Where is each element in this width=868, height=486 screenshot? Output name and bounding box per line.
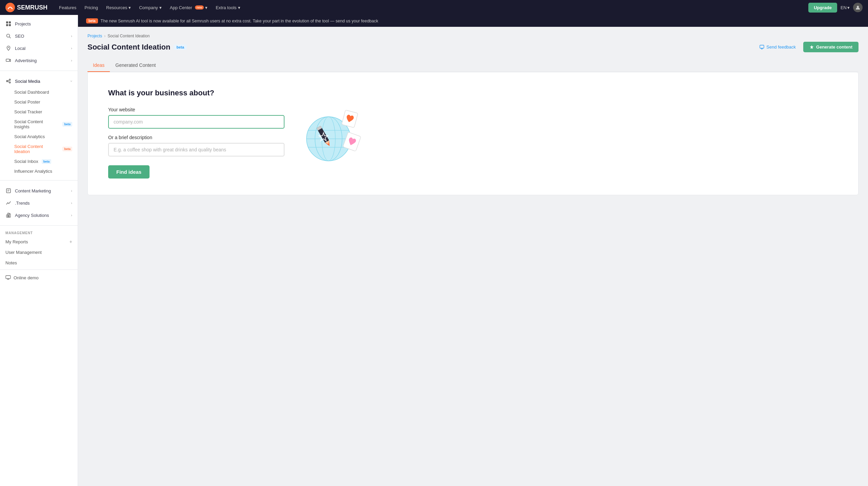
sidebar-item-social-content-ideation[interactable]: Social Content Ideation beta [0,142,78,156]
svg-point-12 [9,82,11,83]
svg-rect-18 [6,215,8,217]
generate-icon [809,45,814,50]
sidebar-item-social-media[interactable]: Social Media › [0,75,78,87]
svg-rect-19 [9,214,11,217]
social-media-icon [5,78,12,84]
website-input[interactable] [108,115,284,129]
sidebar-management-section: MANAGEMENT My Reports + User Management … [0,227,78,268]
agency-icon [5,212,12,218]
management-label: MANAGEMENT [0,227,78,236]
social-content-ideation-label: Social Content Ideation [14,144,59,154]
my-reports-plus[interactable]: + [70,239,72,244]
app-center-badge: new [195,5,204,10]
my-reports-label: My Reports [5,239,28,244]
header-actions: Send feedback Generate content [756,42,859,52]
agency-solutions-label: Agency Solutions [15,213,67,218]
sidebar-item-social-content-insights[interactable]: Social Content Insights beta [0,117,78,132]
form-panel: What is your business about? Your websit… [87,72,859,195]
social-inbox-beta: beta [42,159,52,164]
svg-point-11 [6,80,8,82]
brand-logo[interactable]: SEMRUSH [5,3,47,12]
tabs: Ideas Generated Content [87,59,859,72]
banner-badge: beta [86,18,98,23]
nav-features[interactable]: Features [56,3,80,12]
sidebar-item-advertising[interactable]: Advertising › [0,54,78,67]
sidebar-item-my-reports[interactable]: My Reports + [0,236,78,247]
sidebar-item-user-management[interactable]: User Management [0,247,78,258]
upgrade-button[interactable]: Upgrade [808,3,837,13]
breadcrumb-projects[interactable]: Projects [87,34,102,38]
trends-label: .Trends [15,201,67,206]
social-media-label: Social Media [15,79,67,84]
online-demo-icon [5,275,11,281]
social-content-ideation-beta: beta [62,147,72,151]
social-content-insights-beta: beta [62,122,72,127]
svg-rect-24 [760,45,764,48]
main-layout: Projects SEO › Local › Advertis [0,15,868,486]
social-analytics-label: Social Analytics [14,134,45,139]
website-label: Your website [108,107,284,112]
send-feedback-button[interactable]: Send feedback [756,42,799,52]
page-title-row: Social Content Ideation beta Send feedba… [87,42,859,52]
svg-rect-9 [6,59,9,61]
svg-rect-3 [9,21,11,23]
projects-icon [5,21,12,27]
sidebar-online-demo[interactable]: Online demo [0,271,78,284]
svg-line-7 [9,37,11,38]
top-nav-links: Features Pricing Resources ▾ Company ▾ A… [56,3,800,12]
breadcrumb: Projects › Social Content Ideation [87,34,859,38]
sidebar-item-social-tracker[interactable]: Social Tracker [0,107,78,117]
content-marketing-label: Content Marketing [15,188,67,193]
sidebar-item-content-marketing[interactable]: Content Marketing › [0,185,78,197]
svg-line-13 [8,80,9,81]
advertising-icon [5,57,12,63]
sidebar-item-seo[interactable]: SEO › [0,30,78,42]
social-tracker-label: Social Tracker [14,109,42,114]
sidebar-item-agency-solutions[interactable]: Agency Solutions › [0,209,78,221]
generate-content-button[interactable]: Generate content [803,42,859,52]
seo-chevron: › [71,34,72,38]
content-area: Projects › Social Content Ideation Socia… [78,27,868,486]
sidebar-item-social-dashboard[interactable]: Social Dashboard [0,87,78,97]
top-nav-right: Upgrade EN ▾ [808,3,863,13]
svg-line-14 [8,81,9,82]
description-label: Or a brief description [108,135,284,140]
svg-rect-15 [6,189,11,193]
svg-point-8 [8,47,9,48]
sidebar-item-influencer-analytics[interactable]: Influencer Analytics [0,166,78,176]
tab-ideas[interactable]: Ideas [87,59,110,72]
online-demo-label: Online demo [14,275,39,280]
sidebar-item-notes[interactable]: Notes [0,258,78,268]
nav-company[interactable]: Company ▾ [136,3,165,12]
content-marketing-icon [5,188,12,194]
user-menu[interactable] [853,3,863,12]
language-selector[interactable]: EN ▾ [841,5,850,10]
feedback-icon [760,45,764,50]
social-content-insights-label: Social Content Insights [14,119,59,129]
sidebar-item-projects[interactable]: Projects [0,18,78,30]
nav-app-center[interactable]: App Center new ▾ [166,3,211,12]
svg-rect-21 [6,276,11,279]
local-chevron: › [71,46,72,50]
sidebar-item-local[interactable]: Local › [0,42,78,54]
sidebar-social-section: Social Media › Social Dashboard Social P… [0,72,78,179]
nav-resources[interactable]: Resources ▾ [103,3,134,12]
trends-chevron: › [71,201,72,205]
nav-extra-tools[interactable]: Extra tools ▾ [212,3,243,12]
banner-text: The new Semrush AI tool is now available… [101,19,860,23]
sidebar-item-social-poster[interactable]: Social Poster [0,97,78,107]
sidebar-item-trends[interactable]: .Trends › [0,197,78,209]
sidebar-top-section: Projects SEO › Local › Advertis [0,15,78,69]
nav-pricing[interactable]: Pricing [81,3,101,12]
page-beta-badge: beta [174,44,187,50]
user-management-label: User Management [5,250,42,255]
find-ideas-button[interactable]: Find ideas [108,165,150,179]
tab-generated-content[interactable]: Generated Content [110,59,161,72]
sidebar-item-social-analytics[interactable]: Social Analytics [0,132,78,142]
sidebar-local-label: Local [15,46,67,51]
description-input[interactable] [108,143,284,156]
agency-solutions-chevron: › [71,213,72,217]
sidebar-seo-label: SEO [15,34,67,39]
sidebar-item-social-inbox[interactable]: Social Inbox beta [0,156,78,166]
social-media-chevron: › [70,80,74,82]
